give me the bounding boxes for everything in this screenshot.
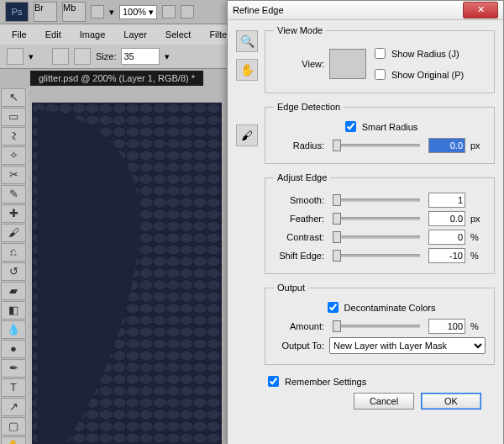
smooth-label: Smooth:: [274, 195, 324, 205]
ok-button[interactable]: OK: [421, 393, 481, 410]
size-label: Size:: [96, 51, 116, 61]
extras-icon[interactable]: [181, 5, 194, 18]
show-original-label: Show Original (P): [391, 70, 464, 80]
eraser-tool[interactable]: ▰: [1, 282, 26, 300]
zoom-value: 100%: [123, 7, 146, 17]
cancel-button[interactable]: Cancel: [354, 393, 414, 410]
remember-checkbox[interactable]: [268, 376, 279, 387]
view-mode-legend: View Mode: [274, 25, 326, 35]
document-tab[interactable]: glitter.psd @ 200% (Layer 1, RGB/8) *: [30, 71, 203, 86]
blur-tool[interactable]: 💧: [1, 320, 26, 339]
menu-select[interactable]: Select: [157, 27, 200, 42]
radius-label: Radius:: [274, 140, 324, 151]
toolbox: ↖ ▭ Ꝛ ✧ ✂ ✎ ✚ 🖌 ⎌ ↺ ▰ ◧ 💧 ● ✒ T ↗ ▢ ✋: [0, 87, 29, 444]
brush-tool[interactable]: 🖌: [1, 224, 26, 242]
menu-edit[interactable]: Edit: [37, 27, 70, 42]
output-to-select[interactable]: New Layer with Layer Mask: [329, 337, 486, 354]
radius-slider[interactable]: [333, 144, 420, 147]
show-original-checkbox[interactable]: [375, 69, 386, 80]
ps-logo: Ps: [5, 2, 29, 22]
edge-detection-legend: Edge Detection: [274, 102, 344, 112]
smart-radius-checkbox[interactable]: [345, 121, 356, 132]
view-thumb[interactable]: [329, 49, 366, 79]
refine-brush-icon[interactable]: 🖌: [236, 124, 258, 146]
smart-radius-label: Smart Radius: [362, 122, 418, 132]
radius-unit: px: [470, 140, 486, 151]
smooth-input[interactable]: [428, 193, 465, 208]
wand-tool[interactable]: ✧: [1, 146, 26, 165]
shift-slider[interactable]: [333, 254, 420, 257]
eyedropper-tool[interactable]: ✎: [1, 185, 26, 204]
show-radius-checkbox[interactable]: [375, 48, 386, 59]
feather-input[interactable]: [428, 211, 465, 226]
shape-tool[interactable]: ▢: [1, 417, 26, 436]
path-tool[interactable]: ↗: [1, 398, 26, 416]
amount-label: Amount:: [274, 321, 324, 331]
contrast-input[interactable]: [428, 230, 465, 245]
contrast-slider[interactable]: [333, 235, 420, 239]
type-tool[interactable]: T: [1, 378, 26, 397]
canvas[interactable]: [32, 103, 222, 444]
feather-slider[interactable]: [333, 217, 420, 220]
refine-edge-dialog: Refine Edge ✕ 🔍 ✋ 🖌 View Mode View: Show…: [227, 0, 504, 444]
feather-label: Feather:: [274, 214, 324, 224]
zoom-dropdown[interactable]: 100% ▾: [119, 5, 157, 19]
view-mode-group: View Mode View: Show Radius (J) Show Ori…: [265, 25, 495, 93]
amount-input[interactable]: [428, 319, 465, 334]
dialog-title: Refine Edge: [233, 5, 284, 15]
brush-tip-icon[interactable]: [52, 48, 69, 65]
edge-detection-group: Edge Detection Smart Radius Radius: px: [265, 102, 495, 164]
radius-input[interactable]: [428, 138, 465, 153]
gradient-tool[interactable]: ◧: [1, 301, 26, 320]
menu-layer[interactable]: Layer: [115, 27, 155, 42]
brush-preset-icon[interactable]: [7, 48, 24, 65]
stamp-tool[interactable]: ⎌: [1, 243, 26, 262]
crop-tool[interactable]: ✂: [1, 166, 26, 184]
view-label: View:: [274, 59, 324, 69]
show-radius-label: Show Radius (J): [391, 49, 459, 59]
br-button[interactable]: Br: [34, 2, 57, 22]
output-group: Output Decontaminate Colors Amount:% Out…: [265, 283, 495, 365]
output-to-label: Output To:: [274, 341, 324, 351]
zoom-tool-icon[interactable]: 🔍: [236, 30, 258, 52]
move-tool[interactable]: ↖: [1, 88, 26, 107]
hand-tool-icon[interactable]: ✋: [236, 59, 258, 81]
shift-input[interactable]: [428, 248, 465, 263]
menu-file[interactable]: File: [3, 27, 35, 42]
history-brush-tool[interactable]: ↺: [1, 262, 26, 281]
heal-tool[interactable]: ✚: [1, 204, 26, 223]
layout-icon[interactable]: [91, 5, 104, 18]
size-input[interactable]: [121, 48, 160, 65]
decontaminate-label: Decontaminate Colors: [344, 303, 436, 313]
decontaminate-checkbox[interactable]: [328, 302, 339, 313]
hand-icon[interactable]: [162, 5, 176, 18]
contrast-label: Contrast:: [274, 232, 324, 242]
brush-swap-icon[interactable]: [74, 48, 91, 65]
remember-label: Remember Settings: [285, 377, 366, 387]
close-button[interactable]: ✕: [463, 2, 498, 18]
output-legend: Output: [274, 283, 308, 293]
mb-button[interactable]: Mb: [62, 2, 86, 22]
menu-image[interactable]: Image: [71, 27, 114, 42]
amount-slider[interactable]: [333, 325, 420, 328]
size-expand[interactable]: ▾: [165, 51, 170, 62]
lasso-tool[interactable]: Ꝛ: [1, 127, 26, 145]
artwork: [32, 103, 222, 444]
adjust-edge-legend: Adjust Edge: [274, 172, 330, 182]
layout-expand[interactable]: ▾: [109, 7, 114, 18]
pen-tool[interactable]: ✒: [1, 359, 26, 378]
shift-label: Shift Edge:: [274, 251, 324, 261]
smooth-slider[interactable]: [333, 198, 420, 202]
hand-tool[interactable]: ✋: [1, 436, 26, 444]
marquee-tool[interactable]: ▭: [1, 108, 26, 126]
brush-expand[interactable]: ▾: [29, 51, 34, 62]
adjust-edge-group: Adjust Edge Smooth: Feather:px Contrast:…: [265, 172, 495, 274]
dodge-tool[interactable]: ●: [1, 340, 26, 358]
dialog-titlebar[interactable]: Refine Edge ✕: [228, 1, 503, 20]
